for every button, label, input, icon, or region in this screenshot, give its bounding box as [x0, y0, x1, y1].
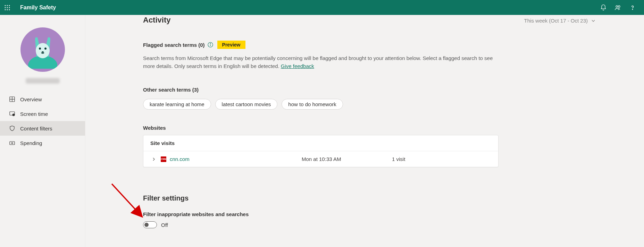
give-feedback-link[interactable]: Give feedback [281, 63, 314, 69]
svg-point-7 [7, 9, 8, 10]
site-visits-card: Site visits CNN cnn.com Mon at 10:33 AM … [143, 135, 499, 167]
svg-point-14 [39, 48, 41, 50]
activity-heading: Activity [143, 16, 170, 25]
app-title: Family Safety [20, 5, 56, 11]
spending-icon [9, 140, 15, 146]
main-content: Activity This week (Oct 17 - Oct 23) Fla… [143, 15, 644, 247]
sidebar-item-label: Content filters [20, 126, 52, 131]
family-group-icon[interactable] [611, 0, 625, 15]
sidebar-item-screen-time[interactable]: Screen time [0, 107, 85, 121]
svg-point-26 [210, 43, 210, 44]
sidebar-item-label: Overview [20, 96, 42, 102]
search-term-chip[interactable]: latest cartoon movies [215, 99, 278, 110]
svg-point-5 [9, 7, 10, 8]
svg-point-23 [11, 143, 13, 144]
svg-point-8 [9, 9, 10, 10]
site-visit-row[interactable]: CNN cnn.com Mon at 10:33 AM 1 visit [143, 151, 498, 167]
sidebar-item-label: Spending [20, 140, 42, 146]
svg-point-11 [632, 9, 633, 9]
svg-point-21 [12, 114, 15, 116]
svg-point-9 [616, 6, 618, 7]
flagged-search-heading: Flagged search terms (0) Preview [143, 41, 644, 49]
toggle-state-label: Off [161, 222, 168, 228]
search-term-chip[interactable]: how to do homework [282, 99, 343, 110]
chevron-down-icon [591, 19, 595, 23]
filter-sub-heading: Filter inappropriate websites and search… [143, 211, 644, 217]
site-timestamp: Mon at 10:33 AM [302, 156, 392, 162]
svg-point-3 [5, 7, 6, 8]
sidebar: Overview Screen time Content filters Spe… [0, 15, 85, 247]
screen-time-icon [9, 111, 15, 117]
profile-name [26, 78, 60, 84]
filter-settings-heading: Filter settings [143, 194, 644, 202]
chevron-right-icon[interactable] [150, 157, 157, 161]
flagged-description: Search terms from Microsoft Edge that ma… [143, 54, 494, 70]
site-visits-header: Site visits [143, 135, 498, 151]
search-term-chip[interactable]: karate learning at home [143, 99, 211, 110]
site-visit-count: 1 visit [392, 156, 405, 162]
shield-icon [9, 125, 15, 131]
site-domain[interactable]: cnn.com [170, 156, 302, 162]
date-range-selector[interactable]: This week (Oct 17 - Oct 23) [524, 18, 595, 24]
site-favicon: CNN [161, 156, 166, 162]
app-header: Family Safety [0, 0, 644, 15]
sidebar-item-content-filters[interactable]: Content filters [0, 121, 85, 136]
filter-toggle[interactable] [143, 221, 157, 228]
info-icon[interactable] [208, 42, 213, 48]
preview-badge: Preview [217, 41, 245, 49]
svg-point-10 [618, 6, 620, 7]
svg-line-27 [112, 184, 141, 215]
help-icon[interactable] [625, 0, 640, 15]
sidebar-item-label: Screen time [20, 111, 48, 117]
annotation-arrow [110, 182, 152, 224]
svg-point-4 [7, 7, 8, 8]
svg-rect-22 [10, 142, 15, 145]
overview-icon [9, 96, 15, 102]
svg-point-0 [5, 5, 6, 6]
sidebar-item-spending[interactable]: Spending [0, 136, 85, 150]
svg-point-15 [44, 48, 47, 50]
svg-point-1 [7, 5, 8, 6]
websites-heading: Websites [143, 125, 644, 131]
svg-point-2 [9, 5, 10, 6]
app-launcher-icon[interactable] [4, 5, 10, 11]
svg-point-13 [36, 43, 50, 58]
notifications-icon[interactable] [596, 0, 611, 15]
sidebar-item-overview[interactable]: Overview [0, 92, 85, 107]
svg-point-6 [5, 9, 6, 10]
profile-avatar[interactable] [20, 27, 65, 72]
other-search-terms-heading: Other search terms (3) [143, 87, 644, 93]
svg-point-16 [42, 51, 44, 53]
